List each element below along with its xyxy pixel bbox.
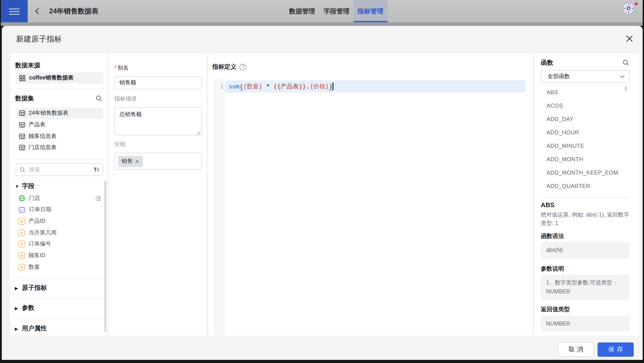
datasource-item[interactable]: coffee销售数据表 [16, 72, 103, 83]
function-list-item[interactable]: ADD_MINUTE [546, 139, 622, 153]
text-format-toggle-icon[interactable]: TT [94, 167, 99, 173]
parameters-section-header[interactable]: ▶ 参数 [15, 303, 103, 313]
function-search-icon[interactable] [622, 59, 629, 66]
number-field-icon: # [18, 218, 25, 225]
field-item[interactable]: # 订单编号 [18, 238, 103, 250]
search-icon [20, 167, 26, 173]
chevron-right-icon: ▶ [15, 286, 19, 291]
number-field-icon: # [18, 229, 25, 236]
dataset-item[interactable]: 产品表 [16, 119, 103, 131]
section-label: 原子指标 [22, 284, 47, 292]
dataset-item[interactable]: 门店信息表 [16, 142, 103, 153]
fields-heading: 字段 [22, 182, 34, 190]
dataset-item[interactable]: 顾客信息表 [16, 131, 103, 142]
params-heading: 参数说明 [541, 265, 564, 273]
function-list-item[interactable]: ACOS [546, 99, 622, 112]
syntax-value: abs(N) [541, 242, 630, 259]
field-item[interactable]: # 顾客ID [18, 250, 103, 261]
field-name: 产品ID [28, 217, 45, 225]
field-item[interactable]: 门店 [18, 192, 103, 204]
scrollbar-thumb[interactable] [625, 86, 627, 91]
datasource-heading: 数据来源 [15, 62, 40, 70]
tab-field-management[interactable]: 字段管理 [320, 0, 354, 22]
group-tag-input[interactable]: 销售 ✕ [114, 153, 202, 170]
definition-heading: 指标定义 [212, 63, 236, 71]
help-icon[interactable]: ? [240, 64, 246, 70]
dataset-item-selected[interactable]: 24年销售数据表 [16, 107, 103, 119]
description-textarea[interactable]: 总销售额 [114, 107, 202, 135]
section-label: 用户属性 [22, 325, 47, 333]
chevron-left-icon [33, 7, 42, 16]
avatar[interactable] [622, 2, 634, 14]
dataset-heading: 数据集 [15, 95, 34, 103]
function-detail-description: 绝对值运算, 例如: abs(-1), 返回数字类型: 1 [541, 211, 630, 227]
table-icon [19, 122, 26, 128]
close-icon [626, 35, 633, 42]
user-attributes-section-header[interactable]: ▶ 用户属性 [15, 324, 103, 334]
dataset-name: 24年销售数据表 [28, 109, 68, 117]
code-token-bracket: ) [329, 83, 332, 90]
field-item[interactable]: 订单日期 [18, 204, 103, 215]
field-name: 顾客ID [28, 252, 45, 259]
divider [541, 197, 630, 198]
dialog-title: 新建原子指标 [16, 34, 62, 44]
atomic-metrics-section-header[interactable]: ▶ 原子指标 [15, 283, 103, 293]
field-name: 数量 [28, 263, 40, 271]
section-label: 参数 [22, 304, 34, 312]
dataset-name: 顾客信息表 [28, 133, 56, 140]
fields-section-header[interactable]: ▼ 字段 [15, 181, 103, 191]
code-token-field: {数量} [243, 83, 262, 90]
globe-icon [18, 195, 26, 202]
function-list-item[interactable]: ADD_MONTH_KEEP_EOM [546, 166, 622, 179]
alias-input[interactable] [114, 76, 202, 89]
tab-data-management[interactable]: 数据管理 [285, 0, 319, 22]
function-list-item[interactable]: ABS [546, 86, 622, 99]
divider [16, 88, 104, 89]
data-browser-panel: 数据来源 coffee销售数据表 数据集 [10, 53, 107, 336]
function-list-item[interactable]: ADD_MONTH [546, 153, 622, 166]
chevron-right-icon: ▶ [15, 326, 19, 331]
group-tag: 销售 ✕ [118, 156, 143, 167]
table-icon [19, 144, 26, 151]
hierarchy-icon[interactable] [95, 195, 101, 201]
datasource-icon [19, 74, 26, 81]
code-token-field: {价格} [310, 83, 329, 90]
cancel-button[interactable]: 取消 [558, 343, 594, 357]
table-icon [19, 133, 26, 140]
chevron-down-icon: ▼ [15, 184, 19, 189]
functions-panel: 函数 全部函数 ABS ACOS ADD_DAY ADD_HOUR ADD_MI… [534, 53, 639, 336]
group-tag-label: 销售 [122, 158, 133, 165]
create-atomic-metric-dialog: 新建原子指标 数据来源 coffee销售数据表 数据集 [2, 26, 643, 360]
code-token-table: {{产品表}} [273, 83, 306, 90]
notification-dot [634, 2, 638, 5]
tab-metric-management[interactable]: 指标管理 [354, 0, 388, 22]
save-button[interactable]: 保存 [598, 343, 634, 357]
field-name: 当月第几周 [28, 229, 56, 236]
formula-code-line[interactable]: sum({数量} * {{产品表}}.{价格}) [228, 80, 334, 92]
function-detail-name: ABS [541, 201, 554, 209]
field-name: 门店 [29, 194, 40, 202]
return-type-value: NUMBER [541, 316, 630, 331]
dataset-search-icon[interactable] [96, 95, 102, 102]
hamburger-menu-button[interactable] [1, 0, 28, 22]
field-search-input[interactable] [28, 166, 91, 173]
field-item[interactable]: # 数量 [18, 261, 103, 273]
back-button[interactable] [33, 7, 42, 16]
required-asterisk: * [114, 65, 117, 71]
function-category-select[interactable]: 全部函数 [541, 70, 630, 83]
divider [16, 278, 104, 278]
page-title: 24年销售数据表 [49, 0, 98, 22]
alias-label: *别名 [114, 64, 129, 72]
dataset-name: 门店信息表 [28, 144, 56, 152]
line-number: 1 [214, 80, 224, 92]
scrollbar-thumb[interactable] [104, 180, 106, 332]
close-button[interactable] [626, 35, 633, 42]
field-item[interactable]: # 产品ID [18, 215, 103, 227]
function-list-item[interactable]: ADD_DAY [546, 112, 622, 126]
datasource-name: coffee销售数据表 [29, 74, 74, 82]
field-item[interactable]: # 当月第几周 [18, 227, 103, 238]
function-list-item[interactable]: ADD_QUARTER [546, 179, 622, 193]
number-field-icon: # [18, 241, 25, 248]
function-list-item[interactable]: ADD_HOUR [546, 126, 622, 139]
remove-tag-icon[interactable]: ✕ [135, 158, 140, 165]
